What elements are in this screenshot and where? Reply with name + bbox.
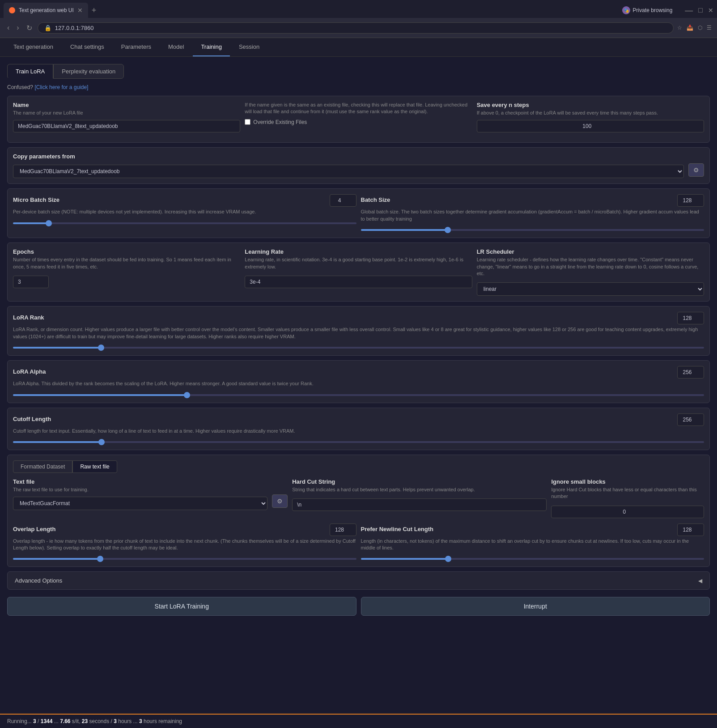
text-file-desc: The raw text file to use for training.: [13, 486, 267, 493]
micro-batch-label: Micro Batch Size: [13, 196, 59, 203]
new-tab-btn[interactable]: +: [92, 6, 97, 15]
override-label: Override Existing Files: [253, 119, 307, 125]
batch-size-field: Batch Size Global batch size. The two ba…: [361, 194, 704, 232]
name-panel: Name The name of your new LoRA file If t…: [7, 96, 710, 143]
bookmark-btn[interactable]: ☆: [677, 25, 682, 31]
minimize-btn[interactable]: —: [685, 6, 693, 15]
tab-raw-text-file[interactable]: Raw text file: [72, 460, 117, 473]
micro-batch-input[interactable]: [330, 194, 356, 207]
lr-sched-label: LR Scheduler: [477, 248, 704, 255]
batch-size-input[interactable]: [677, 194, 704, 207]
hard-cut-col: Hard Cut String String that indicates a …: [292, 478, 547, 511]
tab-favicon: [9, 7, 15, 13]
lr-sched-select[interactable]: linear constant cosine polynomial consta…: [477, 282, 704, 296]
tab-chat-settings[interactable]: Chat settings: [62, 38, 112, 56]
lr-input[interactable]: [245, 276, 472, 288]
extensions-btn[interactable]: ⬡: [698, 25, 702, 31]
copy-params-label: Copy parameters from: [13, 153, 684, 160]
sub-tabs: Train LoRA Perplexity evaluation: [7, 64, 710, 79]
private-browsing-label: 🎭 Private browsing: [622, 6, 678, 14]
dataset-tabs: Formatted Dataset Raw text file: [13, 460, 704, 473]
lock-icon: 🔒: [44, 25, 51, 31]
cutoff-length-panel: Cutoff Length Cutoff length for text inp…: [7, 408, 710, 450]
tab-parameters[interactable]: Parameters: [113, 38, 159, 56]
start-training-btn[interactable]: Start LoRA Training: [7, 597, 356, 616]
lora-rank-input[interactable]: [677, 312, 704, 324]
address-bar[interactable]: 🔒 127.0.0.1:7860: [38, 22, 674, 34]
hard-cut-desc: String that indicates a hard cut between…: [292, 486, 547, 493]
prefer-newline-desc: Length (in characters, not tokens) of th…: [361, 538, 704, 552]
hard-cut-input[interactable]: [292, 498, 547, 511]
tab-model[interactable]: Model: [160, 38, 192, 56]
lr-scheduler-field: LR Scheduler Learning rate scheduler - d…: [477, 248, 704, 296]
batch-size-desc: Global batch size. The two batch sizes t…: [361, 209, 704, 222]
lora-alpha-panel: LoRA Alpha LoRA Alpha. This divided by t…: [7, 360, 710, 403]
save-every-field: Save every n steps If above 0, a checkpo…: [477, 102, 704, 132]
ignore-small-input[interactable]: [551, 506, 704, 518]
tab-train-lora[interactable]: Train LoRA: [7, 64, 53, 79]
override-checkbox[interactable]: [245, 119, 250, 125]
copy-params-select[interactable]: MedGuac70BLlamaV2_7text_updatedoob: [13, 165, 684, 178]
lora-alpha-desc: LoRA Alpha. This divided by the rank bec…: [13, 380, 704, 387]
guide-link[interactable]: [Click here for a guide]: [34, 84, 88, 90]
lora-alpha-input[interactable]: [677, 366, 704, 379]
lr-desc: Learning rate, in scientific notation. 3…: [245, 256, 472, 270]
overlap-input[interactable]: [330, 524, 356, 536]
advanced-label: Advanced Options: [15, 577, 62, 584]
tab-formatted-dataset[interactable]: Formatted Dataset: [13, 460, 72, 473]
micro-batch-desc: Per-device batch size (NOTE: multiple de…: [13, 209, 356, 215]
maximize-btn[interactable]: □: [698, 6, 703, 14]
hard-cut-label: Hard Cut String: [292, 478, 547, 485]
tab-close-btn[interactable]: ✕: [77, 7, 83, 14]
tab-training[interactable]: Training: [193, 38, 229, 56]
text-file-select[interactable]: MedTextGuacFormat: [13, 497, 267, 510]
micro-batch-field: Micro Batch Size Per-device batch size (…: [13, 194, 356, 232]
micro-batch-slider[interactable]: [13, 222, 356, 224]
tab-perplexity[interactable]: Perplexity evaluation: [53, 64, 124, 79]
training-params-panel: Epochs Number of times every entry in th…: [7, 243, 710, 302]
pocket-btn[interactable]: 📥: [687, 25, 693, 31]
cutoff-slider[interactable]: [13, 441, 704, 443]
action-buttons: Start LoRA Training Interrupt: [7, 597, 710, 616]
cutoff-desc: Cutoff length for text input. Essentiall…: [13, 428, 704, 434]
epochs-desc: Number of times every entry in the datas…: [13, 256, 240, 270]
close-btn[interactable]: ✕: [708, 7, 713, 14]
confused-text: Confused? [Click here for a guide]: [7, 84, 710, 90]
lora-rank-slider[interactable]: [13, 347, 704, 349]
prefer-newline-slider[interactable]: [361, 558, 704, 560]
epochs-input[interactable]: [13, 276, 49, 288]
cutoff-label: Cutoff Length: [13, 416, 51, 422]
status-bar: Running... 3 / 1344 ... 7.66 s/it, 23 se…: [0, 714, 717, 728]
save-every-input[interactable]: [477, 120, 704, 132]
name-field: Name The name of your new LoRA file: [13, 102, 240, 132]
name-input[interactable]: [13, 120, 240, 132]
lora-rank-panel: LoRA Rank LoRA Rank, or dimension count.…: [7, 306, 710, 356]
lora-alpha-slider[interactable]: [13, 394, 704, 396]
advanced-options-panel[interactable]: Advanced Options ◀: [7, 571, 710, 590]
back-btn[interactable]: ‹: [5, 22, 11, 34]
batch-size-slider[interactable]: [361, 229, 704, 231]
text-file-gear-btn[interactable]: ⚙: [272, 494, 288, 508]
lora-rank-label: LoRA Rank: [13, 314, 44, 321]
advanced-chevron-icon: ◀: [698, 578, 702, 584]
epochs-field: Epochs Number of times every entry in th…: [13, 248, 240, 296]
copy-params-gear-btn[interactable]: ⚙: [688, 163, 704, 177]
copy-params-panel: Copy parameters from MedGuac70BLlamaV2_7…: [7, 147, 710, 184]
cutoff-input[interactable]: [677, 413, 704, 426]
forward-btn[interactable]: ›: [15, 22, 21, 34]
interrupt-btn[interactable]: Interrupt: [361, 597, 710, 616]
browser-tab[interactable]: Text generation web UI ✕: [4, 3, 88, 18]
name-label: Name: [13, 102, 240, 108]
url-text: 127.0.0.1:7860: [55, 25, 94, 31]
status-text: Running... 3 / 1344 ... 7.66 s/it, 23 se…: [7, 718, 182, 724]
override-desc: If the name given is the same as an exis…: [245, 102, 472, 115]
lora-alpha-label: LoRA Alpha: [13, 368, 46, 375]
private-browsing-icon: 🎭: [622, 6, 630, 14]
tab-session[interactable]: Session: [231, 38, 267, 56]
prefer-newline-input[interactable]: [677, 524, 704, 536]
ignore-small-col: Ignore small blocks Ignore Hard Cut bloc…: [551, 478, 704, 518]
reload-btn[interactable]: ↻: [25, 22, 34, 34]
menu-btn[interactable]: ☰: [707, 25, 712, 31]
tab-text-generation[interactable]: Text generation: [5, 38, 61, 56]
overlap-slider[interactable]: [13, 558, 356, 560]
